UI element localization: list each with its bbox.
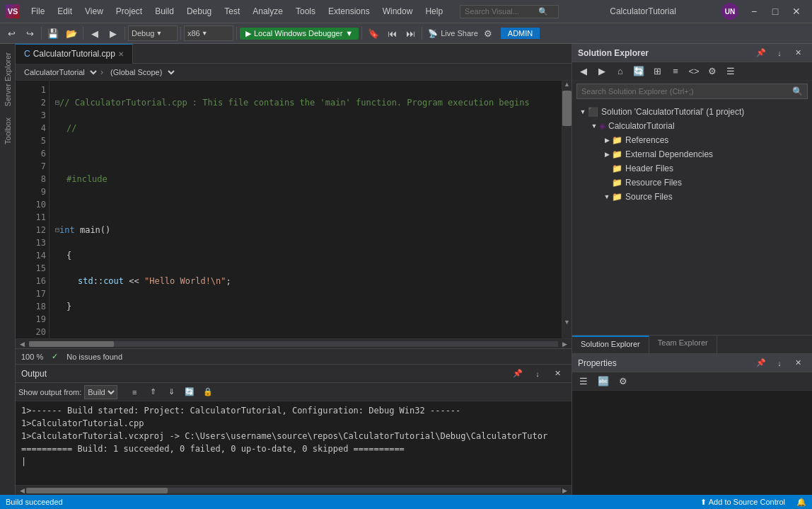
admin-button[interactable]: ADMIN [501,28,540,39]
output-htrack[interactable] [26,488,561,493]
menu-view[interactable]: View [79,5,109,18]
output-tb-3[interactable]: ⇓ [163,384,180,401]
prop-sort-btn[interactable]: 🔤 [595,373,612,390]
se-forward[interactable]: ▶ [593,63,610,80]
zoom-level[interactable]: 100 % [21,353,43,361]
prop-list-btn[interactable]: ☰ [575,373,592,390]
user-avatar[interactable]: UN [721,3,738,20]
se-refresh[interactable]: 🔄 [630,63,647,80]
menu-extensions[interactable]: Extensions [323,5,376,18]
back-button[interactable]: ◀ [86,25,103,42]
redo-button[interactable]: ↪ [21,25,38,42]
prop-pin[interactable]: 📌 [753,355,770,372]
settings-button[interactable]: ⚙ [480,25,497,42]
output-source-select[interactable]: Build [84,385,117,399]
prop-auto-hide[interactable]: ↓ [771,355,788,372]
scroll-left-arrow[interactable]: ◀ [18,341,26,348]
se-auto-hide[interactable]: ↓ [771,45,788,62]
notification-icon[interactable]: 🔔 [796,498,806,507]
menu-tools[interactable]: Tools [290,5,321,18]
open-button[interactable]: 📂 [63,25,80,42]
output-scroll-left[interactable]: ◀ [18,487,26,494]
tree-project[interactable]: ▼ ◈ CalculatorTutorial [572,119,812,133]
se-code[interactable]: <> [685,63,702,80]
scroll-down-arrow[interactable]: ▼ [562,319,572,328]
debug-nav-1[interactable]: ⏮ [383,25,400,42]
tab-close-icon[interactable]: ✕ [118,50,124,58]
se-back[interactable]: ◀ [575,63,592,80]
menu-project[interactable]: Project [110,5,148,18]
menu-window[interactable]: Window [377,5,419,18]
output-tb-1[interactable]: ≡ [126,384,143,401]
tree-source-files[interactable]: ▼ 📁 Source Files [572,190,812,204]
se-pending[interactable]: ≡ [667,63,684,80]
search-box[interactable]: 🔍 [460,5,559,18]
output-hscrollbar[interactable]: ◀ ▶ [16,485,572,495]
tree-arrow-project[interactable]: ▼ [589,122,599,130]
output-tb-5[interactable]: 🔒 [199,384,216,401]
play-button[interactable]: ▶ Local Windows Debugger ▼ [240,28,359,40]
save-button[interactable]: 💾 [45,25,62,42]
se-search-input[interactable] [581,87,789,96]
se-settings[interactable]: ⚙ [704,63,721,80]
platform-dropdown[interactable]: x86 ▼ [184,25,233,41]
breadcrumb-file-select[interactable]: CalculatorTutorial [18,67,99,77]
live-share-button[interactable]: 📡 Live Share [428,29,478,38]
scroll-up-arrow[interactable]: ▲ [562,81,572,91]
tree-arrow-ext[interactable]: ▶ [602,151,612,158]
debug-nav-2[interactable]: ⏭ [402,25,419,42]
se-tab-solution-explorer[interactable]: Solution Explorer [572,336,649,353]
se-expand[interactable]: ☰ [722,63,739,80]
output-content[interactable]: 1>------ Build started: Project: Calcula… [16,401,572,485]
output-scroll-right[interactable]: ▶ [561,487,569,494]
se-home[interactable]: ⌂ [612,63,629,80]
minimize-button[interactable]: − [744,1,764,21]
bookmark-button[interactable]: 🔖 [365,25,382,42]
editor-tab-active[interactable]: C CalculatorTutorial.cpp ✕ [16,44,133,64]
se-close[interactable]: ✕ [789,45,806,62]
output-hthumb[interactable] [26,488,168,493]
tree-references[interactable]: ▶ 📁 References [572,133,812,147]
h-scroll-track[interactable] [29,341,558,347]
tree-resource-files[interactable]: 📁 Resource Files [572,176,812,190]
prop-settings-btn[interactable]: ⚙ [615,373,632,390]
tree-arrow-refs[interactable]: ▶ [602,137,612,144]
menu-test[interactable]: Test [219,5,245,18]
editor-hscrollbar[interactable]: ◀ ▶ [16,338,572,348]
maximize-button[interactable]: □ [765,1,785,21]
tree-header-files[interactable]: 📁 Header Files [572,161,812,176]
se-filter[interactable]: ⊞ [649,63,666,80]
breadcrumb-scope-select[interactable]: (Global Scope) [105,67,177,77]
undo-button[interactable]: ↩ [3,25,20,42]
se-pin-button[interactable]: 📌 [753,45,770,62]
prop-close[interactable]: ✕ [789,355,806,372]
tree-ext-deps[interactable]: ▶ 📁 External Dependencies [572,147,812,161]
menu-help[interactable]: Help [419,5,448,18]
scroll-thumb[interactable] [562,91,572,126]
code-content[interactable]: ⊟// CalculatorTutorial.cpp : This file c… [50,81,562,338]
output-close-button[interactable]: ✕ [549,365,566,382]
tree-solution[interactable]: ▼ ⬛ Solution 'CalculatorTutorial' (1 pro… [572,105,812,119]
close-button[interactable]: ✕ [787,1,806,21]
output-auto-hide-button[interactable]: ↓ [529,365,546,382]
menu-debug[interactable]: Debug [181,5,217,18]
tree-arrow-source[interactable]: ▼ [602,193,612,200]
toolbox-tab[interactable]: Toolbox [1,112,15,150]
code-container[interactable]: 1 2 3 4 5 6 7 8 9 10 11 12 13 14 15 16 1… [16,81,572,338]
scroll-right-arrow[interactable]: ▶ [561,341,569,348]
debug-config-dropdown[interactable]: Debug ▼ [128,25,178,41]
search-input[interactable] [465,7,535,16]
server-explorer-tab[interactable]: Server Explorer [1,47,15,112]
output-pin-button[interactable]: 📌 [509,365,526,382]
se-tab-team-explorer[interactable]: Team Explorer [649,336,717,353]
output-tb-2[interactable]: ⇑ [144,384,161,401]
forward-button[interactable]: ▶ [105,25,122,42]
vertical-scrollbar[interactable]: ▲ ▼ [562,81,572,338]
menu-edit[interactable]: Edit [52,5,78,18]
menu-analyze[interactable]: Analyze [247,5,289,18]
h-scroll-thumb[interactable] [29,341,114,347]
output-tb-4[interactable]: 🔄 [181,384,198,401]
menu-file[interactable]: File [25,5,50,18]
tree-arrow-solution[interactable]: ▼ [578,108,588,115]
menu-build[interactable]: Build [149,5,180,18]
